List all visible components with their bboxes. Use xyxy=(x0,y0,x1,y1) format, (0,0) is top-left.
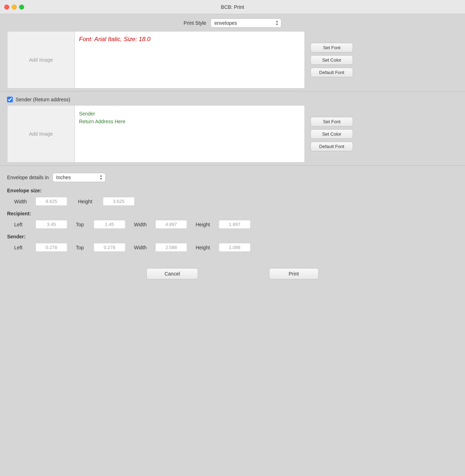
env-height-label: Height xyxy=(78,199,99,204)
recipient-section: Add Image Font: Arial Italic, Size: 18.0… xyxy=(0,31,465,90)
print-style-select[interactable]: envelopes labels list xyxy=(211,18,281,28)
print-style-label: Print Style xyxy=(184,20,206,26)
sender-line1: Sender xyxy=(79,110,300,118)
minimize-button[interactable] xyxy=(12,5,17,10)
envelope-units-row: Envelope details in Inches Centimeters ▲… xyxy=(7,173,458,182)
sender-text: Sender Return Address Here xyxy=(79,110,300,126)
recipient-buttons-panel: Set Font Set Color Default Font xyxy=(310,43,353,77)
env-width-input[interactable] xyxy=(35,197,67,206)
sender-top-input[interactable] xyxy=(94,243,125,252)
print-style-row: Print Style envelopes labels list ▲ ▼ xyxy=(0,14,465,31)
env-height-input[interactable] xyxy=(103,197,135,206)
print-button[interactable]: Print xyxy=(269,268,319,279)
sender-width-input[interactable] xyxy=(155,243,187,252)
sender-add-image[interactable]: Add Image xyxy=(7,106,75,162)
recip-width-input[interactable] xyxy=(155,220,187,229)
recip-width-label: Width xyxy=(134,222,152,227)
sender-height-input[interactable] xyxy=(219,243,251,252)
env-width-label: Width xyxy=(14,199,32,204)
recip-height-input[interactable] xyxy=(219,220,251,229)
recipient-add-image[interactable]: Add Image xyxy=(7,32,75,88)
print-style-select-wrapper: envelopes labels list ▲ ▼ xyxy=(211,18,281,28)
envelope-details-label: Envelope details in xyxy=(7,175,49,180)
divider-2 xyxy=(0,165,465,166)
sender-checkbox-section: Sender (Return address) Add Image Sender… xyxy=(0,93,465,164)
close-button[interactable] xyxy=(4,5,9,10)
recipient-text-area: Font: Arial Italic, Size: 18.0 xyxy=(75,32,304,88)
units-select-wrapper: Inches Centimeters ▲ ▼ xyxy=(52,173,106,182)
recip-top-label: Top xyxy=(76,222,90,227)
sender-default-font-button[interactable]: Default Font xyxy=(310,142,353,151)
sender-address-block: Add Image Sender Return Address Here xyxy=(7,105,305,163)
recipient-set-font-button[interactable]: Set Font xyxy=(310,43,353,52)
recipient-set-color-button[interactable]: Set Color xyxy=(310,55,353,65)
titlebar: BCB: Print xyxy=(0,0,465,14)
sender-left-input[interactable] xyxy=(35,243,67,252)
sender-section-title: Sender: xyxy=(7,234,458,239)
recip-top-input[interactable] xyxy=(94,220,125,229)
envelope-size-label: Envelope size: xyxy=(7,188,458,193)
window-controls xyxy=(4,5,24,10)
sender-checkbox-row: Sender (Return address) xyxy=(7,93,458,105)
units-select[interactable]: Inches Centimeters xyxy=(52,173,106,182)
sender-left-label: Left xyxy=(14,245,32,250)
recipient-font-info: Font: Arial Italic, Size: 18.0 xyxy=(79,36,151,42)
recipient-address-row: Add Image Font: Arial Italic, Size: 18.0… xyxy=(7,31,458,89)
sender-text-area: Sender Return Address Here xyxy=(75,106,304,162)
recip-left-input[interactable] xyxy=(35,220,67,229)
bottom-buttons: Cancel Print xyxy=(0,262,465,287)
sender-line2: Return Address Here xyxy=(79,118,300,125)
sender-top-label: Top xyxy=(76,245,90,250)
recipient-fields-row: Left Top Width Height xyxy=(7,220,458,229)
sender-width-label: Width xyxy=(134,245,152,250)
sender-height-label: Height xyxy=(196,245,215,250)
recipient-address-block: Add Image Font: Arial Italic, Size: 18.0 xyxy=(7,31,305,89)
sender-checkbox[interactable] xyxy=(7,97,13,102)
sender-address-row: Add Image Sender Return Address Here Set… xyxy=(7,105,458,163)
cancel-button[interactable]: Cancel xyxy=(146,268,198,279)
sender-set-font-button[interactable]: Set Font xyxy=(310,117,353,126)
envelope-details-section: Envelope details in Inches Centimeters ▲… xyxy=(0,167,465,262)
sender-fields-row: Left Top Width Height xyxy=(7,243,458,252)
recip-left-label: Left xyxy=(14,222,32,227)
window-title: BCB: Print xyxy=(221,4,244,10)
maximize-button[interactable] xyxy=(19,5,24,10)
recipient-section-title: Recipient: xyxy=(7,211,458,216)
recip-height-label: Height xyxy=(196,222,215,227)
envelope-size-row: Width Height xyxy=(7,197,458,206)
sender-checkbox-label: Sender (Return address) xyxy=(16,97,70,102)
divider-1 xyxy=(0,91,465,92)
recipient-default-font-button[interactable]: Default Font xyxy=(310,68,353,77)
sender-buttons-panel: Set Font Set Color Default Font xyxy=(310,117,353,151)
sender-set-color-button[interactable]: Set Color xyxy=(310,129,353,139)
